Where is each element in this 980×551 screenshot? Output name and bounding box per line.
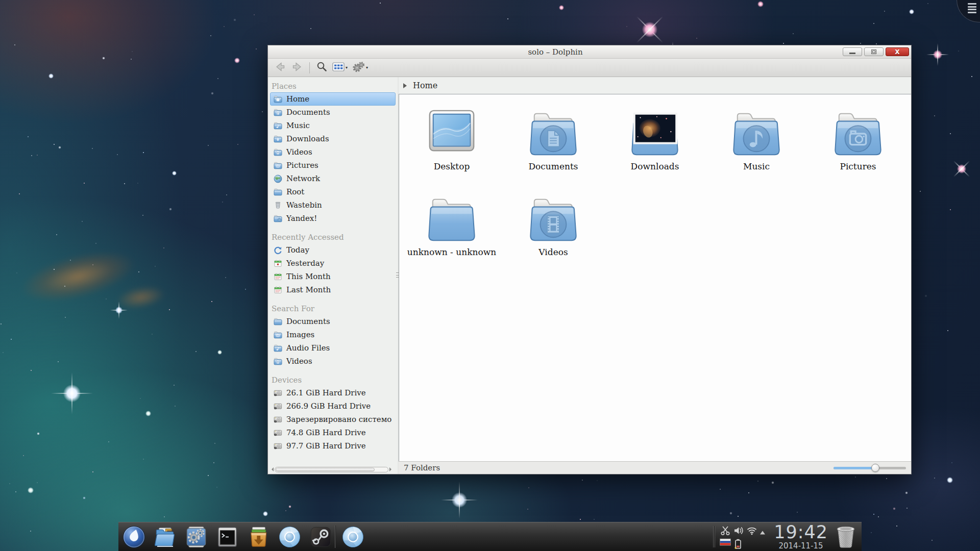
toolbar-button-configure-gears[interactable]: ▾ xyxy=(352,61,368,75)
sidebar-item-documents[interactable]: Documents xyxy=(270,315,396,328)
taskbar-launcher-launcher-orb[interactable] xyxy=(122,525,146,549)
tray-expander[interactable] xyxy=(760,528,766,537)
sidebar-item-label: Documents xyxy=(286,317,330,326)
sidebar-item-this-month[interactable]: This Month xyxy=(270,270,396,283)
sidebar-item-home[interactable]: Home xyxy=(270,92,396,106)
sidebar-item-documents[interactable]: Documents xyxy=(270,106,396,119)
dolphin-window: solo – Dolphin X ▾▾ PlacesHomeDocumentsM… xyxy=(267,45,912,474)
folder-item-unknown-unknown[interactable]: unknown - unknown xyxy=(401,191,502,257)
sidebar-item-74-8-gib-hard-drive[interactable]: 74.8 GiB Hard Drive xyxy=(270,426,396,439)
folder-item-documents[interactable]: Documents xyxy=(503,106,604,171)
titlebar[interactable]: solo – Dolphin X xyxy=(268,45,911,59)
sidebar-item-97-7-gib-hard-drive[interactable]: 97.7 GiB Hard Drive xyxy=(270,439,396,453)
toolbar-button-go-back-arrow[interactable] xyxy=(274,61,286,75)
folder-view[interactable]: DesktopDocumentsDownloadsMusicPicturesun… xyxy=(399,94,911,461)
bright-star xyxy=(48,73,54,79)
sidebar-item-last-month[interactable]: Last Month xyxy=(270,283,396,296)
taskbar-launcher-chromium-browser[interactable] xyxy=(278,525,302,549)
bright-star xyxy=(145,411,151,416)
battery-icon[interactable] xyxy=(733,538,744,549)
toolbar-button-search-magnifier[interactable] xyxy=(316,61,328,74)
sidebar-item-root[interactable]: Root xyxy=(270,185,396,198)
bright-star xyxy=(263,511,268,516)
folder-item-label: Music xyxy=(743,161,770,171)
calendar-month-icon xyxy=(273,285,283,295)
scroll-left-arrow-icon[interactable] xyxy=(270,467,274,471)
taskbar-launcher-terminal[interactable] xyxy=(215,525,239,549)
digital-clock[interactable]: 19:42 2014-11-15 xyxy=(774,523,828,550)
bright-star xyxy=(234,58,240,63)
folder-downloads-icon xyxy=(273,134,283,144)
maximize-button[interactable] xyxy=(864,47,884,56)
sidebar-item-266-9-gib-hard-drive[interactable]: 266.9 GiB Hard Drive xyxy=(270,399,396,413)
sidebar-item-label: This Month xyxy=(286,272,331,281)
taskbar-launcher-system-settings[interactable] xyxy=(184,525,208,549)
folder-documents-icon xyxy=(273,108,283,117)
sidebar-item-label: Documents xyxy=(286,108,330,117)
clipboard-scissors-icon[interactable] xyxy=(720,525,731,536)
breadcrumb-arrow-icon[interactable] xyxy=(403,83,409,88)
sidebar-item-label: Home xyxy=(286,94,309,104)
sidebar-item-audio-files[interactable]: Audio Files xyxy=(270,341,396,355)
sidebar-item-music[interactable]: Music xyxy=(270,119,396,132)
taskbar-separator xyxy=(335,525,335,548)
sidebar-item-wastebin[interactable]: Wastebin xyxy=(270,198,396,212)
sidebar-item-downloads[interactable]: Downloads xyxy=(270,132,396,145)
close-button[interactable]: X xyxy=(886,47,909,56)
folder-item-videos[interactable]: Videos xyxy=(503,191,604,257)
toolbar-button-view-mode-grid[interactable]: ▾ xyxy=(332,61,348,74)
network-wireless-icon[interactable] xyxy=(746,525,757,536)
folder-home-icon xyxy=(273,94,283,104)
minimize-button[interactable] xyxy=(843,47,862,56)
taskbar-launcher-file-manager[interactable] xyxy=(153,525,177,549)
dropdown-arrow-icon[interactable]: ▾ xyxy=(346,65,348,70)
status-text: 7 Folders xyxy=(404,463,440,472)
keyboard-layout-ru-flag-icon[interactable] xyxy=(720,538,731,549)
sidebar-item-label: Yandex! xyxy=(286,214,317,223)
breadcrumb-current[interactable]: Home xyxy=(413,81,437,90)
toolbar-button-go-forward-arrow[interactable] xyxy=(291,61,303,75)
audio-volume-icon[interactable] xyxy=(733,525,744,536)
folder-item-desktop[interactable]: Desktop xyxy=(401,106,502,171)
panel-toolbox-icon xyxy=(968,3,976,14)
sidebar-item-today[interactable]: Today xyxy=(270,243,396,257)
trash-widget[interactable] xyxy=(833,524,859,549)
zoom-slider[interactable] xyxy=(834,464,906,472)
clock-date: 2014-11-15 xyxy=(774,542,828,550)
breadcrumb[interactable]: Home xyxy=(399,77,911,94)
sidebar-item-videos[interactable]: Videos xyxy=(270,145,396,159)
folder-emblem-document-icon xyxy=(523,106,583,160)
sidebar-item-pictures[interactable]: Pictures xyxy=(270,159,396,172)
sidebar-item-yandex-[interactable]: Yandex! xyxy=(270,212,396,225)
sidebar-item-label: Music xyxy=(286,121,310,130)
taskbar-task-chromium-browser[interactable] xyxy=(341,525,365,549)
zoom-slider-track[interactable] xyxy=(834,467,906,469)
scroll-right-arrow-icon[interactable] xyxy=(389,467,394,471)
sidebar-item-26-1-gib-hard-drive[interactable]: 26.1 GiB Hard Drive xyxy=(270,386,396,399)
sidebar-item-зарезервировано-системо[interactable]: Зарезервировано системо xyxy=(270,413,396,426)
scrollbar-thumb[interactable] xyxy=(276,468,375,471)
taskbar-launcher-steam[interactable] xyxy=(309,525,333,549)
sidebar-item-label: 97.7 GiB Hard Drive xyxy=(286,441,366,450)
sidebar-section-title: Places xyxy=(268,80,398,92)
folder-emblem-camera-icon xyxy=(828,106,888,160)
zoom-slider-handle[interactable] xyxy=(871,464,879,472)
search-magnifier-icon xyxy=(316,61,328,74)
scrollbar-track[interactable] xyxy=(275,467,388,472)
taskbar-launcher-package-manager[interactable] xyxy=(247,525,271,549)
sidebar-horizontal-scrollbar[interactable] xyxy=(270,466,394,472)
folder-item-downloads[interactable]: Downloads xyxy=(604,106,705,171)
sidebar-item-yesterday[interactable]: Yesterday xyxy=(270,257,396,270)
sidebar-item-videos[interactable]: Videos xyxy=(270,355,396,368)
dropdown-arrow-icon[interactable]: ▾ xyxy=(366,65,368,70)
sidebar-item-network[interactable]: Network xyxy=(270,172,396,185)
zoom-slider-fill xyxy=(834,467,875,469)
sidebar-item-images[interactable]: Images xyxy=(270,328,396,341)
folder-item-music[interactable]: Music xyxy=(706,106,807,171)
sidebar-item-label: Pictures xyxy=(286,161,318,170)
folder-item-pictures[interactable]: Pictures xyxy=(807,106,909,171)
sidebar-item-label: Зарезервировано системо xyxy=(286,415,391,424)
toolbar: ▾▾ xyxy=(268,59,911,77)
bright-star xyxy=(217,350,222,355)
sidebar-item-label: Audio Files xyxy=(286,343,330,353)
